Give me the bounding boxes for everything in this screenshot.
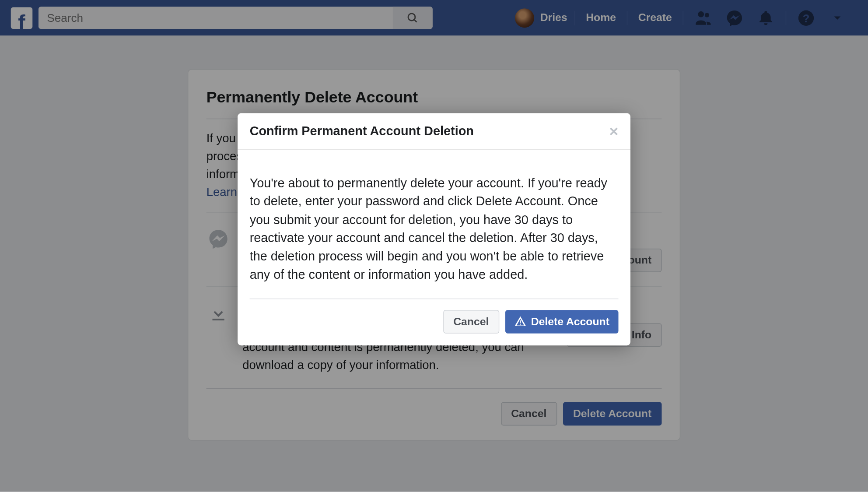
modal-delete-label: Delete Account [531,315,609,328]
close-icon[interactable]: × [609,123,619,139]
svg-rect-5 [520,324,521,325]
warning-icon [514,316,526,328]
modal-title: Confirm Permanent Account Deletion [250,124,474,138]
modal-cancel-button[interactable]: Cancel [443,310,499,334]
modal-footer: Cancel Delete Account [250,298,619,333]
modal-header: Confirm Permanent Account Deletion × [238,113,630,150]
modal-overlay: Confirm Permanent Account Deletion × You… [0,0,868,492]
svg-rect-4 [520,320,521,323]
modal-body: You're about to permanently delete your … [238,150,630,298]
confirm-deletion-modal: Confirm Permanent Account Deletion × You… [238,113,630,345]
modal-delete-account-button[interactable]: Delete Account [505,310,619,334]
